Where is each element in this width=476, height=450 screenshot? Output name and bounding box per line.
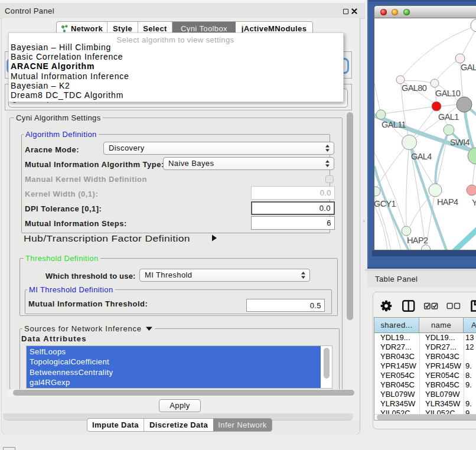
svg-text:HAP4: HAP4 — [437, 197, 458, 207]
svg-text:GAL11: GAL11 — [382, 120, 406, 129]
svg-text:Y: Y — [472, 198, 476, 207]
svg-text:SWI4: SWI4 — [450, 138, 470, 147]
svg-text:HAP2: HAP2 — [407, 236, 428, 245]
svg-text:GAL10: GAL10 — [435, 89, 461, 98]
svg-text:GCY1: GCY1 — [374, 199, 396, 208]
svg-text:GAL80: GAL80 — [402, 83, 427, 93]
svg-text:GAL4: GAL4 — [411, 152, 432, 161]
svg-text:GAL1: GAL1 — [438, 112, 459, 122]
svg-text:GAL7: GAL7 — [461, 63, 476, 72]
